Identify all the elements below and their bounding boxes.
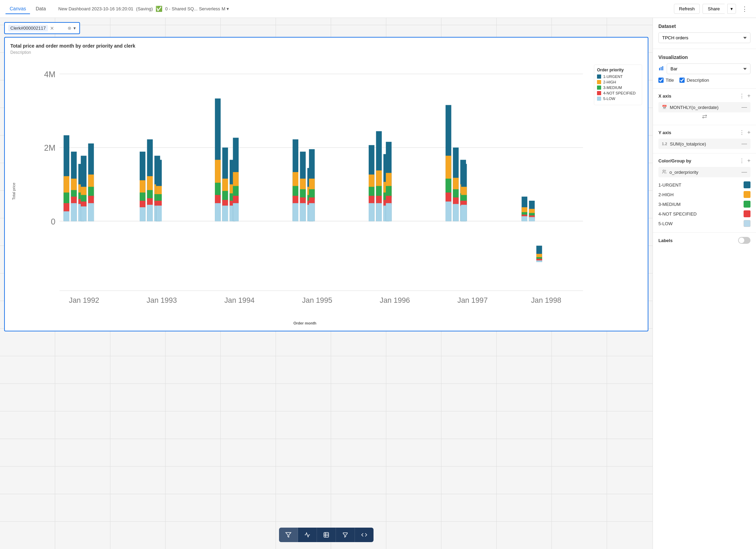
priority-label-urgent: 1-URGENT: [658, 182, 681, 188]
bottom-toolbar: [279, 528, 374, 542]
priority-label-medium: 3-MEDIUM: [658, 202, 680, 207]
share-button[interactable]: Share: [703, 4, 725, 14]
chevron-down-icon[interactable]: ▾: [227, 6, 229, 11]
chart-title: Total price and order month by order pri…: [10, 43, 642, 49]
visualization-label: Visualization: [658, 54, 750, 60]
svg-rect-123: [81, 207, 87, 221]
title-checkbox-label: Title: [666, 78, 674, 83]
tab-data[interactable]: Data: [31, 4, 50, 14]
svg-rect-113: [529, 217, 535, 221]
y-axis-remove-button[interactable]: —: [742, 141, 747, 147]
title-checkbox[interactable]: [658, 78, 664, 83]
header-tabs: Canvas Data: [6, 4, 50, 14]
svg-marker-154: [286, 532, 291, 537]
filter-input[interactable]: Clerk#000002117 ✕ ⊗ ▾: [4, 22, 80, 34]
color-group-section: Color/Group by ⋮ + o_orderpriority — 1-U…: [653, 153, 756, 233]
toolbar-table-button[interactable]: [317, 528, 336, 542]
dataset-select[interactable]: TPCH orders: [658, 32, 750, 43]
toolbar-filter-button[interactable]: [279, 528, 298, 542]
svg-rect-23: [71, 203, 77, 221]
x-axis-field-label: MONTHLY(o_orderdate): [670, 105, 718, 110]
svg-rect-98: [453, 204, 459, 221]
toolbar-funnel-button[interactable]: [336, 528, 355, 542]
color-group-remove-button[interactable]: —: [742, 169, 747, 175]
x-axis-section: X axis ⋮ + 📅 MONTHLY(o_orderdate) —: [653, 89, 756, 125]
main-layout: Clerk#000002117 ✕ ⊗ ▾ Total price and or…: [0, 18, 756, 549]
svg-rect-146: [386, 186, 392, 197]
chart-svg: 4M 2M 0 Jan 1992 Jan 1993 Jan 1994 Jan 1…: [19, 58, 591, 319]
x-axis-header: X axis ⋮ +: [658, 93, 750, 99]
legend-color-not-specified: [597, 91, 601, 95]
svg-text:Jan 1998: Jan 1998: [531, 296, 561, 305]
x-axis-section-label: X axis: [658, 93, 672, 99]
toolbar-code-button[interactable]: [355, 528, 374, 542]
svg-rect-118: [536, 260, 542, 262]
x-axis-label: Order month: [19, 321, 591, 325]
share-dropdown-button[interactable]: ▾: [727, 4, 736, 14]
tab-canvas[interactable]: Canvas: [6, 4, 30, 14]
color-group-add-button[interactable]: +: [747, 158, 750, 164]
filter-bar: Clerk#000002117 ✕ ⊗ ▾: [4, 22, 648, 34]
color-swatch-low[interactable]: [744, 220, 750, 227]
x-axis-dots-button[interactable]: ⋮: [739, 93, 745, 99]
svg-rect-159: [659, 68, 660, 70]
dataset-label: Dataset: [658, 23, 750, 29]
priority-label-not-specified: 4-NOT SPECIFIED: [658, 211, 697, 217]
more-options-button[interactable]: ⋮: [739, 3, 750, 15]
color-group-dots-button[interactable]: ⋮: [739, 158, 745, 164]
color-group-actions: ⋮ +: [739, 158, 750, 164]
color-swatch-urgent[interactable]: [744, 181, 750, 188]
y-axis-dots-button[interactable]: ⋮: [739, 129, 745, 136]
y-axis-add-button[interactable]: +: [747, 129, 750, 136]
x-axis-remove-button[interactable]: —: [742, 104, 747, 110]
labels-toggle[interactable]: [738, 237, 750, 244]
visualization-section: Visualization Bar Title Description: [653, 49, 756, 89]
chart-content: Total price 4M 2M 0 Jan 1992: [10, 58, 642, 325]
saving-badge: (Saving): [136, 6, 153, 11]
legend-item-low: 5-LOW: [597, 97, 639, 101]
canvas-area: Clerk#000002117 ✕ ⊗ ▾ Total price and or…: [0, 18, 653, 549]
y-axis-actions: ⋮ +: [739, 129, 750, 136]
chart-plot: 4M 2M 0 Jan 1992 Jan 1993 Jan 1994 Jan 1…: [19, 58, 591, 325]
svg-rect-68: [300, 203, 306, 221]
description-checkbox[interactable]: [679, 78, 685, 83]
filter-clear-icon[interactable]: ✕: [50, 26, 54, 31]
svg-rect-128: [88, 203, 94, 221]
color-swatch-high[interactable]: [744, 191, 750, 198]
svg-rect-160: [661, 67, 662, 70]
svg-text:Jan 1994: Jan 1994: [224, 296, 255, 305]
svg-text:Jan 1993: Jan 1993: [147, 296, 177, 305]
toolbar-line-button[interactable]: [298, 528, 317, 542]
svg-text:Jan 1995: Jan 1995: [302, 296, 332, 305]
filter-reset-icon[interactable]: ⊗: [68, 26, 71, 31]
group-icon: [662, 169, 667, 175]
priority-row-urgent: 1-URGENT: [658, 180, 750, 190]
swap-axes-button[interactable]: [658, 112, 750, 121]
y-axis-header: Y axis ⋮ +: [658, 129, 750, 136]
svg-text:Jan 1992: Jan 1992: [69, 296, 99, 305]
svg-rect-108: [521, 216, 527, 221]
filter-dropdown-icon[interactable]: ▾: [73, 26, 76, 31]
legend-title: Order priority: [597, 68, 639, 72]
y-axis-label: Total price: [10, 58, 16, 325]
color-swatch-medium[interactable]: [744, 201, 750, 208]
numeric-icon: 1.2: [662, 142, 667, 146]
svg-rect-136: [233, 186, 239, 197]
x-axis-actions: ⋮ +: [739, 93, 750, 99]
svg-rect-93: [446, 201, 451, 221]
labels-header: Labels: [658, 237, 750, 244]
refresh-button[interactable]: Refresh: [674, 4, 700, 14]
svg-rect-153: [461, 205, 467, 221]
color-swatch-not-specified[interactable]: [744, 210, 750, 217]
visualization-type-select[interactable]: Bar: [667, 63, 750, 74]
y-axis-field-item: 1.2 SUM(o_totalprice) —: [658, 139, 750, 149]
connection-size: M: [221, 6, 225, 11]
header-center: New Dashboard 2023-10-16 16:20:01 (Savin…: [58, 6, 666, 12]
header: Canvas Data New Dashboard 2023-10-16 16:…: [0, 0, 756, 18]
x-axis-add-button[interactable]: +: [747, 93, 750, 99]
legend-label-low: 5-LOW: [603, 97, 615, 101]
description-checkbox-row: Description: [679, 78, 709, 83]
labels-section-label: Labels: [658, 238, 673, 243]
svg-text:4M: 4M: [44, 70, 56, 79]
description-checkbox-label: Description: [687, 78, 709, 83]
